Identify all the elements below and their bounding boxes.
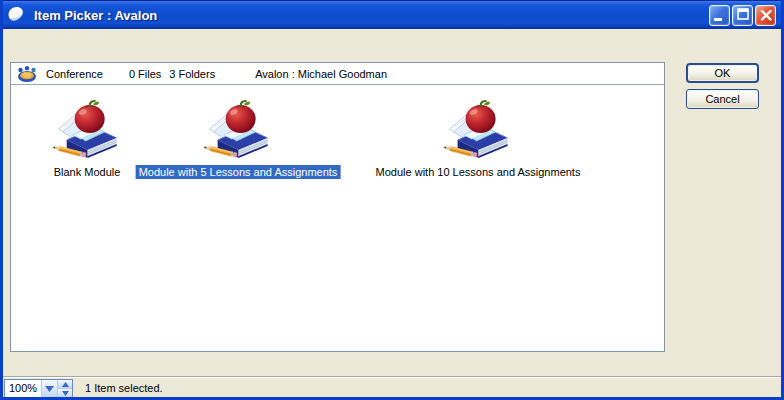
- titlebar[interactable]: Item Picker : Avalon: [0, 0, 784, 29]
- cancel-button[interactable]: Cancel: [686, 89, 759, 109]
- minimize-icon: [710, 5, 729, 26]
- firstclass-note-icon: [6, 4, 28, 26]
- item-label[interactable]: Blank Module: [51, 165, 124, 179]
- zoom-value[interactable]: 100%: [5, 380, 41, 397]
- chevron-down-icon: [45, 386, 54, 392]
- server-user-context: Avalon : Michael Goodman: [255, 68, 387, 80]
- close-icon: [756, 5, 775, 26]
- folder-type-label: Conference: [46, 68, 103, 80]
- folders-count: 3 Folders: [169, 68, 215, 80]
- module-apple-books-icon: [51, 99, 123, 163]
- list-item-module-10-lessons[interactable]: Module with 10 Lessons and Assignments: [373, 99, 584, 179]
- zoom-spinner: [57, 380, 72, 397]
- item-label[interactable]: Module with 10 Lessons and Assignments: [373, 165, 584, 179]
- item-list[interactable]: Blank Module Module with 5 Lessons and A…: [11, 85, 664, 351]
- zoom-control[interactable]: 100%: [4, 379, 73, 398]
- window-controls: [709, 5, 776, 26]
- statusbar-divider: [0, 376, 784, 378]
- list-item-blank-module[interactable]: Blank Module: [51, 99, 124, 179]
- zoom-increase-button[interactable]: [58, 380, 72, 388]
- files-count: 0 Files: [129, 68, 161, 80]
- module-apple-books-icon: [202, 99, 274, 163]
- maximize-icon: [733, 5, 752, 26]
- item-label-selected[interactable]: Module with 5 Lessons and Assignments: [136, 165, 341, 179]
- close-button[interactable]: [755, 5, 776, 26]
- zoom-decrease-button[interactable]: [58, 388, 72, 397]
- spinner-up-icon: [62, 382, 69, 387]
- module-apple-books-icon: [442, 99, 514, 163]
- maximize-button[interactable]: [732, 5, 753, 26]
- folder-info-bar: Conference 0 Files 3 Folders Avalon : Mi…: [11, 63, 664, 85]
- minimize-button[interactable]: [709, 5, 730, 26]
- list-item-module-5-lessons[interactable]: Module with 5 Lessons and Assignments: [136, 99, 341, 179]
- ok-button[interactable]: OK: [686, 63, 759, 83]
- item-picker-window: Item Picker : Avalon: [0, 0, 784, 400]
- selection-status: 1 Item selected.: [85, 379, 163, 398]
- zoom-dropdown-button[interactable]: [41, 380, 57, 397]
- window-title: Item Picker : Avalon: [34, 8, 157, 23]
- item-list-panel: Conference 0 Files 3 Folders Avalon : Mi…: [10, 62, 665, 352]
- spinner-down-icon: [62, 391, 69, 396]
- conference-icon[interactable]: [16, 65, 38, 83]
